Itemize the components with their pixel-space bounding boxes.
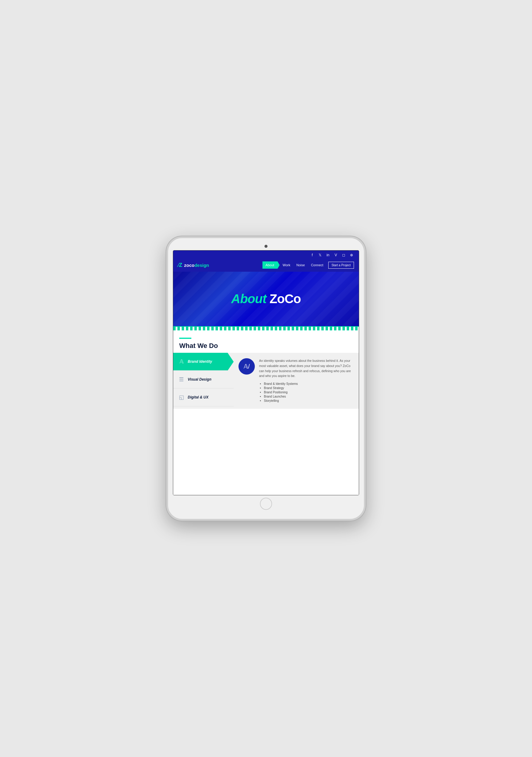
main-content: What We Do 𝔸 Brand Identity ☰ Visual Des… [173,330,359,495]
what-we-do-section: What We Do [173,330,359,353]
dribbble-icon[interactable]: ⊕ [349,253,354,257]
twitter-icon[interactable]: 𝕏 [318,253,322,257]
facebook-icon[interactable]: f [310,253,315,257]
service-detail-text: An identity speaks volumes about the bus… [259,358,354,378]
service-detail-icon-text: 𝔸/ [244,363,250,370]
service-digital-ux[interactable]: ◱ Digital & UX [173,388,234,406]
bullet-5: Storytelling [264,399,354,402]
tablet-frame: f 𝕏 in V ◻ ⊕ ⁄Z zocodesign About Work [166,236,366,521]
nav-work[interactable]: Work [280,261,293,269]
logo-icon: ⁄Z [178,262,182,268]
hero-highlight: About [231,292,266,306]
stripe-divider [173,326,359,330]
logo-design: design [194,263,209,268]
nav-connect[interactable]: Connect [308,261,326,269]
nav-bar: ⁄Z zocodesign About Work Noise Connect S… [173,259,359,272]
logo-area: ⁄Z zocodesign [178,262,209,268]
digital-ux-label: Digital & UX [188,395,209,399]
visual-design-label: Visual Design [188,377,211,381]
bullet-3: Brand Positioning [264,391,354,394]
hero-rest: ZoCo [266,292,301,306]
services-section: 𝔸 Brand Identity ☰ Visual Design ◱ Digit… [173,353,359,409]
social-bar: f 𝕏 in V ◻ ⊕ [173,251,359,259]
instagram-icon[interactable]: ◻ [341,253,346,257]
bullet-4: Brand Launches [264,395,354,398]
tablet-camera [265,245,267,248]
logo-text: zocodesign [184,263,209,268]
service-detail-content: An identity speaks volumes about the bus… [259,358,354,403]
hero-section: About ZoCo [173,272,359,326]
home-button[interactable] [260,498,272,510]
nav-about[interactable]: About [262,261,280,269]
service-detail: 𝔸/ An identity speaks volumes about the … [234,353,359,409]
nav-links: About Work Noise Connect Start a Project [262,261,354,269]
visual-design-icon: ☰ [178,376,185,383]
logo-zoco: zoco [184,263,194,268]
start-project-button[interactable]: Start a Project [328,262,354,269]
service-detail-icon: 𝔸/ [238,358,255,375]
bullet-2: Brand Strategy [264,386,354,390]
service-bullets: Brand & Identity Systems Brand Strategy … [259,382,354,402]
section-title: What We Do [179,342,353,350]
service-brand-identity[interactable]: 𝔸 Brand Identity [173,353,234,371]
hero-title: About ZoCo [231,292,301,306]
bullet-1: Brand & Identity Systems [264,382,354,385]
section-accent [179,338,191,339]
service-visual-design[interactable]: ☰ Visual Design [173,371,234,388]
vimeo-icon[interactable]: V [333,253,338,257]
services-list: 𝔸 Brand Identity ☰ Visual Design ◱ Digit… [173,353,234,409]
brand-identity-icon: 𝔸 [178,358,185,365]
digital-ux-icon: ◱ [178,394,185,401]
brand-identity-label: Brand Identity [188,359,212,364]
tablet-screen: f 𝕏 in V ◻ ⊕ ⁄Z zocodesign About Work [173,250,359,495]
nav-noise[interactable]: Noise [294,261,308,269]
linkedin-icon[interactable]: in [325,253,330,257]
site-header: f 𝕏 in V ◻ ⊕ ⁄Z zocodesign About Work [173,251,359,272]
